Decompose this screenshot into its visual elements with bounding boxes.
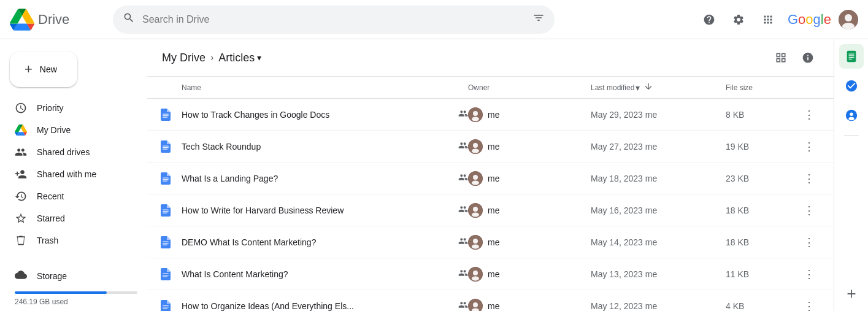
svg-rect-5 [163, 113, 169, 114]
sidebar-item-shared-drives[interactable]: Shared drives [0, 141, 137, 163]
table-row[interactable]: How to Track Changes in Google Docs me M… [147, 99, 834, 131]
my-drive-icon [15, 124, 27, 136]
app-name: Drive [38, 12, 69, 28]
shared-people-icon [458, 140, 468, 153]
owner-name: me [488, 205, 499, 215]
breadcrumb-parent[interactable]: My Drive [162, 52, 205, 64]
more-options-cell[interactable]: ⋮ [799, 105, 824, 125]
more-options-button[interactable]: ⋮ [799, 296, 819, 312]
more-options-button[interactable]: ⋮ [799, 201, 819, 220]
svg-point-25 [473, 207, 478, 212]
svg-point-38 [472, 276, 479, 280]
breadcrumb-current[interactable]: Articles ▾ [218, 52, 261, 64]
last-modified-column-label: Last modified [591, 83, 634, 92]
more-options-cell[interactable]: ⋮ [799, 296, 824, 312]
svg-rect-22 [163, 212, 167, 213]
sort-arrow-icon[interactable] [643, 82, 653, 93]
more-options-button[interactable]: ⋮ [799, 137, 819, 156]
sheets-app-button[interactable] [839, 44, 864, 69]
svg-rect-21 [163, 211, 169, 212]
google-logo-text: Google [788, 12, 831, 28]
sidebar-item-shared-with-me[interactable]: Shared with me [0, 163, 137, 185]
help-button[interactable] [697, 7, 721, 32]
column-header-name[interactable]: Name [182, 83, 468, 92]
table-row[interactable]: How to Organize Ideas (And Everything El… [147, 290, 834, 311]
svg-rect-16 [163, 180, 167, 181]
search-filter-icon[interactable] [532, 12, 545, 27]
last-modified-cell: May 12, 2023 me [591, 301, 726, 311]
sidebar-item-trash[interactable]: Trash [0, 229, 137, 251]
settings-button[interactable] [726, 7, 751, 32]
search-bar[interactable] [113, 6, 555, 34]
table-row[interactable]: Tech Stack Roundup me May 27, 2023 me 19… [147, 131, 834, 163]
more-options-button[interactable]: ⋮ [799, 264, 819, 284]
more-options-cell[interactable]: ⋮ [799, 169, 824, 188]
svg-rect-45 [847, 51, 856, 62]
more-options-cell[interactable]: ⋮ [799, 201, 824, 220]
owner-avatar [468, 203, 483, 218]
shared-people-icon [458, 300, 468, 312]
shared-people-icon [458, 236, 468, 248]
doc-file-icon [157, 266, 174, 283]
sidebar-item-my-drive[interactable]: My Drive [0, 119, 137, 141]
file-rows-container: How to Track Changes in Google Docs me M… [147, 99, 834, 311]
right-panel [834, 39, 868, 311]
more-options-cell[interactable]: ⋮ [799, 264, 824, 284]
shared-people-icon [458, 109, 468, 121]
table-row[interactable]: DEMO What Is Content Marketing? me May 1… [147, 226, 834, 258]
breadcrumb-right-actions [770, 47, 819, 69]
header-right: Google [697, 7, 858, 32]
add-app-button[interactable] [839, 282, 864, 306]
sidebar-item-recent[interactable]: Recent [0, 185, 137, 207]
column-header-last-modified[interactable]: Last modified ▾ [591, 82, 726, 93]
new-button[interactable]: + New [10, 52, 77, 87]
sidebar-item-priority[interactable]: Priority [0, 97, 137, 119]
breadcrumb-dropdown-icon: ▾ [257, 53, 261, 63]
owner-name: me [488, 110, 499, 120]
sidebar-shared-with-me-label: Shared with me [37, 169, 96, 179]
last-modified-cell: May 13, 2023 me [591, 269, 726, 279]
user-avatar[interactable] [839, 10, 858, 29]
more-options-button[interactable]: ⋮ [799, 232, 819, 252]
doc-file-icon [157, 138, 174, 155]
recent-icon [15, 190, 27, 202]
doc-file-icon [157, 298, 174, 312]
svg-rect-48 [848, 57, 854, 58]
new-button-label: New [40, 64, 57, 74]
svg-rect-17 [163, 177, 169, 178]
svg-rect-33 [163, 275, 169, 275]
more-options-button[interactable]: ⋮ [799, 105, 819, 125]
shared-drives-icon [15, 146, 27, 158]
svg-rect-35 [163, 273, 169, 274]
shared-people-icon [458, 268, 468, 280]
storage-bar-fill [15, 291, 107, 294]
info-button[interactable] [797, 47, 819, 69]
file-name: What Is a Landing Page? [182, 174, 451, 183]
more-options-button[interactable]: ⋮ [799, 169, 819, 188]
doc-file-icon [157, 170, 174, 187]
file-name: Tech Stack Roundup [182, 142, 451, 152]
svg-point-31 [473, 239, 478, 244]
sidebar-item-starred[interactable]: Starred [0, 207, 137, 229]
contacts-app-button[interactable] [839, 103, 864, 128]
table-row[interactable]: What Is Content Marketing? me May 13, 20… [147, 258, 834, 290]
tasks-app-button[interactable] [839, 74, 864, 98]
search-input[interactable] [142, 14, 525, 25]
owner-cell: me [468, 235, 591, 250]
last-modified-cell: May 14, 2023 me [591, 237, 726, 247]
grid-view-button[interactable] [770, 47, 792, 69]
last-modified-cell: May 27, 2023 me [591, 142, 726, 152]
svg-rect-23 [163, 209, 169, 210]
doc-file-icon [157, 106, 174, 123]
svg-rect-4 [163, 117, 167, 117]
svg-rect-10 [163, 148, 167, 149]
more-options-cell[interactable]: ⋮ [799, 232, 824, 252]
svg-rect-11 [163, 145, 169, 146]
svg-rect-41 [163, 305, 169, 305]
last-modified-cell: May 18, 2023 me [591, 174, 726, 183]
apps-grid-button[interactable] [756, 7, 780, 32]
more-options-cell[interactable]: ⋮ [799, 137, 824, 156]
table-row[interactable]: What Is a Landing Page? me May 18, 2023 … [147, 163, 834, 194]
sidebar-priority-label: Priority [37, 103, 64, 113]
table-row[interactable]: How to Write for Harvard Business Review… [147, 194, 834, 226]
